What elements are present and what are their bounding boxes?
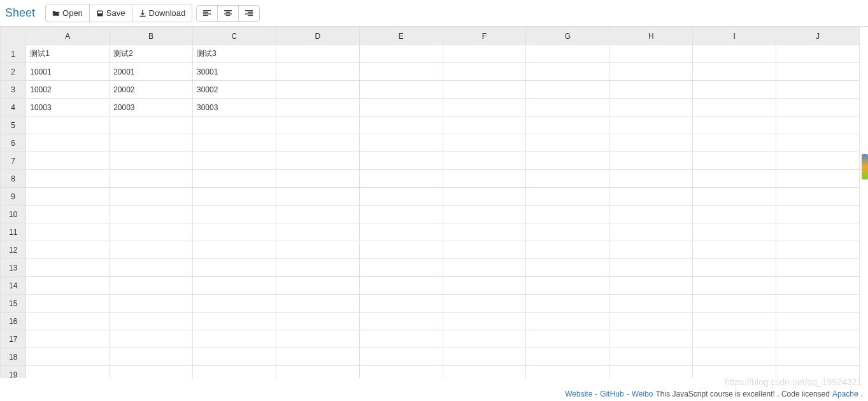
cell[interactable] (693, 81, 776, 99)
cell[interactable] (192, 116, 276, 134)
cell[interactable] (526, 45, 609, 63)
cell[interactable] (609, 116, 693, 134)
cell[interactable] (359, 366, 443, 379)
column-header[interactable]: C (192, 27, 276, 45)
cell[interactable] (192, 295, 276, 313)
cell[interactable] (693, 241, 776, 259)
cell[interactable] (776, 206, 860, 223)
cell[interactable]: 20001 (110, 63, 193, 81)
cell[interactable] (359, 330, 443, 348)
footer-website-link[interactable]: Website (565, 390, 592, 398)
column-header[interactable]: I (693, 27, 776, 45)
cell[interactable] (359, 116, 443, 134)
cell[interactable] (276, 45, 359, 63)
row-header[interactable]: 10 (1, 206, 26, 223)
cell[interactable] (359, 134, 443, 152)
cell[interactable] (776, 188, 860, 206)
align-center-button[interactable] (217, 5, 239, 22)
row-header[interactable]: 17 (1, 330, 26, 348)
cell[interactable] (359, 170, 443, 188)
column-header[interactable]: J (776, 27, 860, 45)
cell[interactable] (26, 277, 110, 295)
footer-apache-link[interactable]: Apache (832, 390, 858, 398)
cell[interactable] (26, 295, 110, 313)
cell[interactable]: 10003 (26, 99, 110, 116)
cell[interactable] (359, 277, 443, 295)
cell[interactable] (110, 116, 193, 134)
cell[interactable] (192, 313, 276, 330)
column-header[interactable]: A (26, 27, 110, 45)
cell[interactable] (526, 241, 609, 259)
cell[interactable] (443, 223, 526, 241)
row-header[interactable]: 14 (1, 277, 26, 295)
column-header[interactable]: E (359, 27, 443, 45)
cell[interactable] (276, 259, 359, 277)
cell[interactable] (693, 99, 776, 116)
footer-weibo-link[interactable]: Weibo (632, 390, 653, 398)
cell[interactable] (276, 295, 359, 313)
cell[interactable] (276, 134, 359, 152)
cell[interactable] (443, 295, 526, 313)
cell[interactable] (609, 330, 693, 348)
cell[interactable] (776, 259, 860, 277)
cell[interactable] (26, 188, 110, 206)
cell[interactable] (26, 313, 110, 330)
cell[interactable] (359, 259, 443, 277)
cell[interactable] (26, 366, 110, 379)
row-header[interactable]: 11 (1, 223, 26, 241)
cell[interactable] (276, 241, 359, 259)
cell[interactable]: 30001 (192, 63, 276, 81)
cell[interactable] (443, 366, 526, 379)
cell[interactable] (276, 99, 359, 116)
cell[interactable] (359, 152, 443, 170)
row-header[interactable]: 2 (1, 63, 26, 81)
column-header[interactable]: B (110, 27, 193, 45)
cell[interactable] (609, 223, 693, 241)
cell[interactable] (443, 259, 526, 277)
cell[interactable] (359, 206, 443, 223)
cell[interactable]: 20003 (110, 99, 193, 116)
cell[interactable] (526, 116, 609, 134)
cell[interactable]: 20002 (110, 81, 193, 99)
cell[interactable] (526, 366, 609, 379)
cell[interactable] (693, 188, 776, 206)
cell[interactable] (359, 313, 443, 330)
cell[interactable] (776, 295, 860, 313)
cell[interactable] (110, 366, 193, 379)
cell[interactable] (443, 348, 526, 366)
cell[interactable] (776, 330, 860, 348)
row-header[interactable]: 15 (1, 295, 26, 313)
cell[interactable] (526, 313, 609, 330)
cell[interactable] (776, 152, 860, 170)
cell[interactable]: 10001 (26, 63, 110, 81)
cell[interactable] (192, 366, 276, 379)
cell[interactable] (110, 170, 193, 188)
cell[interactable] (443, 134, 526, 152)
cell[interactable] (110, 134, 193, 152)
cell[interactable] (192, 241, 276, 259)
cell[interactable]: 测试3 (192, 45, 276, 63)
cell[interactable] (359, 348, 443, 366)
cell[interactable] (26, 206, 110, 223)
cell[interactable] (276, 277, 359, 295)
cell[interactable] (110, 277, 193, 295)
row-header[interactable]: 9 (1, 188, 26, 206)
cell[interactable] (776, 277, 860, 295)
cell[interactable] (192, 152, 276, 170)
cell[interactable]: 30003 (192, 99, 276, 116)
row-header[interactable]: 12 (1, 241, 26, 259)
cell[interactable] (693, 330, 776, 348)
cell[interactable] (526, 223, 609, 241)
cell[interactable] (443, 99, 526, 116)
cell[interactable] (693, 313, 776, 330)
cell[interactable] (693, 277, 776, 295)
cell[interactable] (359, 223, 443, 241)
cell[interactable] (693, 63, 776, 81)
row-header[interactable]: 8 (1, 170, 26, 188)
row-header[interactable]: 16 (1, 313, 26, 330)
app-title[interactable]: Sheet (5, 6, 35, 20)
align-left-button[interactable] (196, 5, 218, 22)
cell[interactable] (776, 63, 860, 81)
cell[interactable] (776, 348, 860, 366)
cell[interactable] (776, 99, 860, 116)
